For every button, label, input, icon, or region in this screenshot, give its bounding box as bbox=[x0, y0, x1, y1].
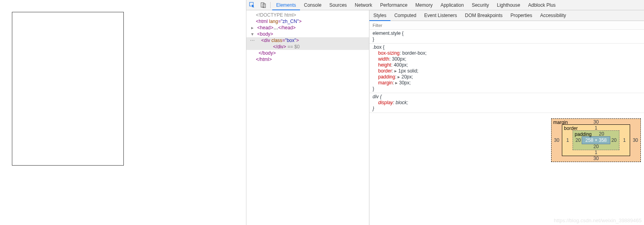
dom-div-close: </div> bbox=[273, 44, 286, 50]
box-model-diagram: margin 30 30 30 30 border 1 1 1 1 padd bbox=[369, 113, 644, 225]
padding-left-val: 20 bbox=[575, 137, 581, 143]
margin-right-val: 30 bbox=[633, 137, 638, 143]
dom-attr: lang bbox=[269, 19, 278, 24]
box-model-border[interactable]: border 1 1 1 1 padding 20 20 20 20 bbox=[562, 124, 630, 156]
main-tab-security[interactable]: Security bbox=[468, 0, 493, 10]
dom-div-open: <div bbox=[261, 38, 271, 43]
main-tab-lighthouse[interactable]: Lighthouse bbox=[493, 0, 524, 10]
styles-pane: StylesComputedEvent ListenersDOM Breakpo… bbox=[369, 10, 644, 225]
margin-left-val: 30 bbox=[554, 137, 559, 143]
toolbar-separator bbox=[270, 2, 271, 8]
inspect-element-icon[interactable] bbox=[246, 0, 258, 10]
dom-body-close[interactable]: </body> bbox=[259, 50, 276, 56]
dom-selected-ref: == $0 bbox=[286, 44, 300, 50]
dom-ellipsis: … bbox=[273, 25, 278, 31]
main-tab-adblock-plus[interactable]: Adblock Plus bbox=[524, 0, 559, 10]
main-tab-memory[interactable]: Memory bbox=[411, 0, 436, 10]
padding-bottom-val: 20 bbox=[593, 144, 598, 149]
svg-rect-1 bbox=[261, 3, 264, 7]
main-tab-sources[interactable]: Sources bbox=[325, 0, 351, 10]
border-right-val: 1 bbox=[623, 137, 626, 143]
dom-attr-val: "box" bbox=[285, 38, 296, 43]
sub-tab-event-listeners[interactable]: Event Listeners bbox=[420, 10, 461, 21]
main-tab-performance[interactable]: Performance bbox=[376, 0, 411, 10]
devtools-panel: ElementsConsoleSourcesNetworkPerformance… bbox=[246, 0, 644, 225]
padding-label: padding bbox=[575, 132, 592, 137]
rendered-page bbox=[0, 0, 246, 225]
css-rules-list: element.style {}.box {box-sizing: border… bbox=[369, 30, 644, 113]
sub-tab-properties[interactable]: Properties bbox=[506, 10, 536, 21]
dom-html-close[interactable]: </html> bbox=[256, 57, 272, 62]
sub-tab-dom-breakpoints[interactable]: DOM Breakpoints bbox=[461, 10, 507, 21]
styles-filter-input[interactable] bbox=[369, 21, 644, 29]
dom-attr: class bbox=[271, 38, 282, 43]
dom-tree-pane[interactable]: <!DOCTYPE html> <html lang="zh_CN"> ▸ <h… bbox=[246, 10, 369, 225]
sub-tab-accessibility[interactable]: Accessibility bbox=[536, 10, 570, 21]
sub-tab-computed[interactable]: Computed bbox=[390, 10, 420, 21]
dom-body-open[interactable]: <body> bbox=[257, 31, 273, 37]
dom-head-close: </head> bbox=[278, 25, 296, 31]
main-tab-application[interactable]: Application bbox=[436, 0, 468, 10]
css-rule[interactable]: element.style {} bbox=[369, 30, 644, 44]
main-tab-network[interactable]: Network bbox=[351, 0, 376, 10]
dom-head-open[interactable]: <head> bbox=[257, 25, 273, 31]
border-bottom-val: 1 bbox=[595, 150, 598, 155]
box-model-content[interactable]: 258 × 358 bbox=[582, 136, 610, 144]
device-toggle-icon[interactable] bbox=[258, 0, 269, 10]
dom-tag-close: > bbox=[296, 38, 299, 43]
box-model-margin[interactable]: margin 30 30 30 30 border 1 1 1 1 padd bbox=[551, 118, 641, 162]
dom-tag-close: > bbox=[299, 19, 302, 24]
devtools-toolbar: ElementsConsoleSourcesNetworkPerformance… bbox=[246, 0, 644, 10]
main-tab-elements[interactable]: Elements bbox=[272, 0, 300, 10]
main-tabs: ElementsConsoleSourcesNetworkPerformance… bbox=[272, 0, 559, 10]
css-rule[interactable]: div {display: block;} bbox=[369, 93, 644, 113]
devtools-body: <!DOCTYPE html> <html lang="zh_CN"> ▸ <h… bbox=[246, 10, 644, 225]
styles-sub-tabs: StylesComputedEvent ListenersDOM Breakpo… bbox=[369, 10, 644, 21]
main-tab-console[interactable]: Console bbox=[300, 0, 325, 10]
css-rule[interactable]: .box {box-sizing: border-box;width: 300p… bbox=[369, 44, 644, 93]
dom-attr-val: "zh_CN" bbox=[281, 19, 299, 24]
dom-doctype: <!DOCTYPE html> bbox=[256, 12, 296, 18]
page-box-element[interactable] bbox=[12, 12, 124, 166]
padding-right-val: 20 bbox=[611, 137, 617, 143]
margin-top-val: 30 bbox=[593, 119, 598, 125]
border-left-val: 1 bbox=[566, 137, 569, 143]
padding-top-val: 20 bbox=[599, 131, 604, 137]
sub-tab-styles[interactable]: Styles bbox=[369, 10, 390, 21]
margin-bottom-val: 30 bbox=[593, 156, 598, 161]
dom-html-open[interactable]: <html bbox=[256, 19, 269, 24]
box-model-padding[interactable]: padding 20 20 20 20 258 × 358 bbox=[573, 130, 619, 150]
styles-filter-row bbox=[369, 21, 644, 30]
dom-selected-node[interactable]: ⋯ <div class="box"> </div> == $0 bbox=[246, 37, 369, 50]
border-top-val: 1 bbox=[595, 125, 598, 131]
